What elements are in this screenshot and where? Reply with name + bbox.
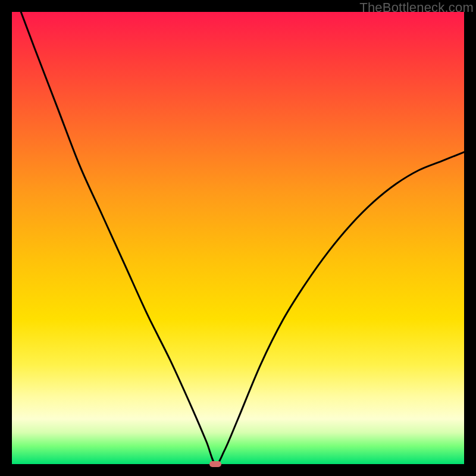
minimum-marker bbox=[209, 461, 221, 467]
plot-area bbox=[12, 12, 464, 464]
bottleneck-curve bbox=[12, 12, 464, 464]
chart-frame: TheBottleneck.com bbox=[0, 0, 476, 476]
